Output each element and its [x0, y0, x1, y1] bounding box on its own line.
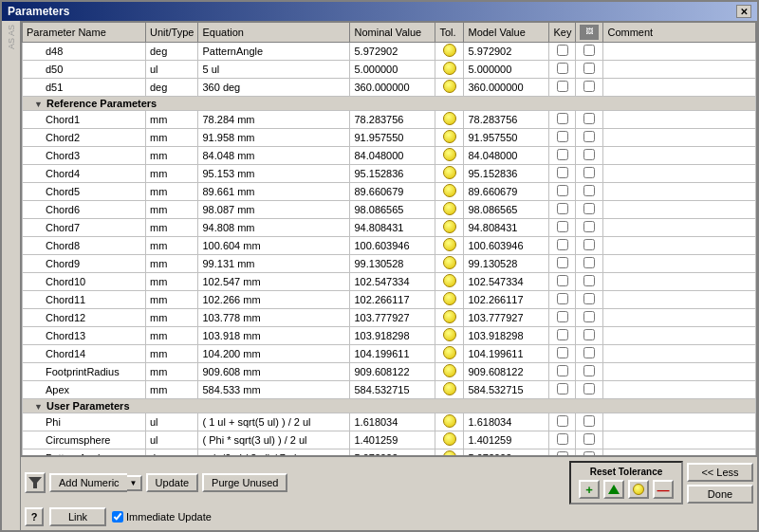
img-cell[interactable]: [576, 345, 603, 363]
img-checkbox[interactable]: [583, 275, 595, 286]
key-cell[interactable]: [549, 309, 576, 327]
immediate-update-label[interactable]: Immediate Update: [112, 511, 212, 523]
key-cell[interactable]: [549, 345, 576, 363]
tol-dot[interactable]: [443, 310, 456, 323]
img-checkbox[interactable]: [583, 365, 595, 376]
key-checkbox[interactable]: [557, 257, 568, 268]
tol-dot[interactable]: [443, 432, 456, 446]
tol-dot[interactable]: [443, 130, 456, 143]
section-collapse-icon[interactable]: ▼: [34, 100, 44, 109]
tol-cell[interactable]: [435, 327, 464, 345]
tol-cell[interactable]: [435, 61, 464, 79]
tol-dot[interactable]: [443, 62, 456, 75]
img-checkbox[interactable]: [583, 311, 595, 322]
img-cell[interactable]: [576, 291, 603, 309]
less-button[interactable]: << Less: [687, 463, 753, 482]
key-cell[interactable]: [549, 79, 576, 97]
tol-cell[interactable]: [435, 381, 464, 399]
add-numeric-button[interactable]: Add Numeric: [49, 473, 127, 492]
tol-dot[interactable]: [443, 220, 456, 233]
key-cell[interactable]: [549, 201, 576, 219]
key-checkbox[interactable]: [557, 221, 568, 232]
close-button[interactable]: ✕: [736, 5, 751, 18]
tol-dot[interactable]: [443, 238, 456, 251]
tol-cell[interactable]: [435, 43, 464, 61]
img-cell[interactable]: [576, 79, 603, 97]
tol-triangle-button[interactable]: [603, 480, 624, 499]
img-cell[interactable]: [576, 381, 603, 399]
img-checkbox[interactable]: [583, 149, 595, 160]
img-cell[interactable]: [576, 449, 603, 457]
key-cell[interactable]: [549, 237, 576, 255]
key-cell[interactable]: [549, 219, 576, 237]
key-cell[interactable]: [549, 327, 576, 345]
img-checkbox[interactable]: [583, 113, 595, 124]
tol-dot[interactable]: [443, 112, 456, 125]
tol-dot[interactable]: [443, 364, 456, 377]
key-checkbox[interactable]: [557, 365, 568, 376]
tol-circle-button[interactable]: [628, 480, 649, 499]
tol-cell[interactable]: [435, 291, 464, 309]
tol-cell[interactable]: [435, 363, 464, 381]
img-checkbox[interactable]: [583, 167, 595, 178]
tol-cell[interactable]: [435, 79, 464, 97]
key-checkbox[interactable]: [557, 203, 568, 214]
img-checkbox[interactable]: [583, 257, 595, 268]
img-checkbox[interactable]: [583, 203, 595, 214]
img-checkbox[interactable]: [583, 45, 595, 56]
key-checkbox[interactable]: [557, 63, 568, 74]
key-checkbox[interactable]: [557, 45, 568, 56]
tol-dot[interactable]: [443, 184, 456, 197]
tol-cell[interactable]: [435, 219, 464, 237]
img-cell[interactable]: [576, 309, 603, 327]
img-checkbox[interactable]: [583, 221, 595, 232]
update-button[interactable]: Update: [146, 473, 198, 492]
tol-dot[interactable]: [443, 292, 456, 305]
img-cell[interactable]: [576, 183, 603, 201]
key-cell[interactable]: [549, 147, 576, 165]
key-checkbox[interactable]: [557, 383, 568, 394]
img-cell[interactable]: [576, 255, 603, 273]
section-collapse-icon[interactable]: ▼: [34, 402, 44, 412]
key-checkbox[interactable]: [557, 433, 568, 445]
tol-dot[interactable]: [443, 148, 456, 161]
img-cell[interactable]: [576, 147, 603, 165]
key-checkbox[interactable]: [557, 81, 568, 92]
key-cell[interactable]: [549, 165, 576, 183]
img-checkbox[interactable]: [583, 383, 595, 394]
key-checkbox[interactable]: [557, 167, 568, 178]
img-cell[interactable]: [576, 431, 603, 449]
img-cell[interactable]: [576, 165, 603, 183]
key-cell[interactable]: [549, 449, 576, 457]
img-cell[interactable]: [576, 201, 603, 219]
tol-dot[interactable]: [443, 44, 456, 57]
tol-cell[interactable]: [435, 147, 464, 165]
tol-minus-button[interactable]: —: [653, 480, 674, 499]
tol-cell[interactable]: [435, 431, 464, 449]
img-cell[interactable]: [576, 43, 603, 61]
img-checkbox[interactable]: [583, 131, 595, 142]
img-checkbox[interactable]: [583, 433, 595, 445]
img-checkbox[interactable]: [583, 293, 595, 304]
key-cell[interactable]: [549, 61, 576, 79]
done-button[interactable]: Done: [687, 485, 753, 504]
key-checkbox[interactable]: [557, 347, 568, 358]
tol-cell[interactable]: [435, 165, 464, 183]
img-cell[interactable]: [576, 413, 603, 431]
img-checkbox[interactable]: [583, 415, 595, 427]
key-cell[interactable]: [549, 431, 576, 449]
add-numeric-dropdown-button[interactable]: ▼: [127, 475, 142, 491]
tol-cell[interactable]: [435, 255, 464, 273]
tol-dot[interactable]: [443, 274, 456, 287]
img-checkbox[interactable]: [583, 239, 595, 250]
tol-cell[interactable]: [435, 129, 464, 147]
key-cell[interactable]: [549, 381, 576, 399]
img-cell[interactable]: [576, 363, 603, 381]
key-cell[interactable]: [549, 255, 576, 273]
img-cell[interactable]: [576, 129, 603, 147]
key-cell[interactable]: [549, 291, 576, 309]
img-checkbox[interactable]: [583, 63, 595, 74]
help-button[interactable]: ?: [25, 507, 44, 526]
link-button[interactable]: Link: [49, 507, 106, 526]
key-cell[interactable]: [549, 129, 576, 147]
